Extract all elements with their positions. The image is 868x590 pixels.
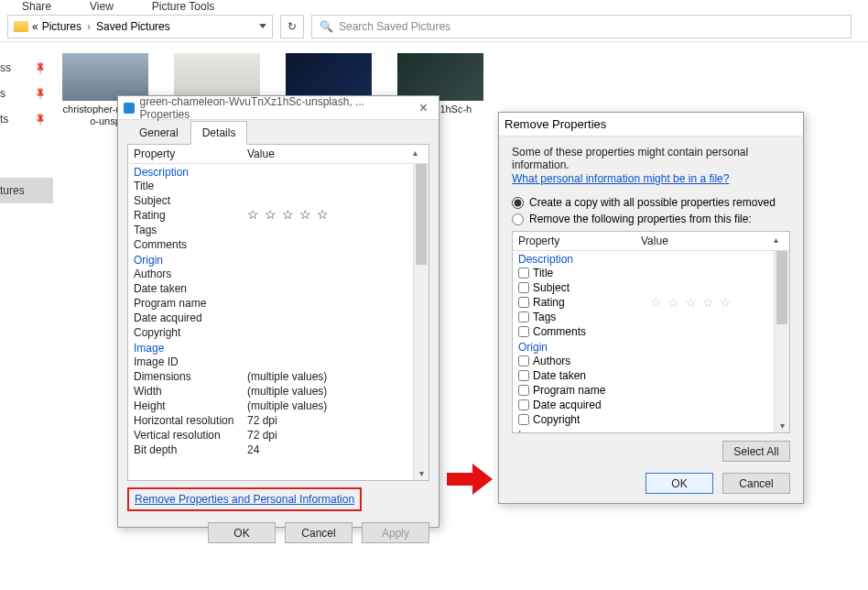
select-all-button[interactable]: Select All [722, 441, 790, 462]
chk-copyright-label: Copyright [533, 413, 580, 426]
prop-title: Title [134, 180, 247, 192]
section-description: Description [518, 253, 772, 266]
chk-comments-label: Comments [533, 325, 586, 338]
chk-comments[interactable] [518, 326, 529, 337]
prop-width: Width [134, 385, 247, 398]
column-value[interactable]: Value [247, 148, 407, 160]
info-text: Some of these properties might contain p… [512, 146, 790, 171]
apply-button[interactable]: Apply [362, 522, 429, 543]
chk-tags[interactable] [518, 311, 529, 322]
scrollbar-handle[interactable] [416, 164, 427, 265]
scroll-up-icon[interactable]: ▴ [767, 235, 784, 247]
remove-properties-dialog: Remove Properties Some of these properti… [498, 112, 804, 504]
tab-details[interactable]: Details [190, 121, 248, 145]
scrollbar-handle[interactable] [776, 251, 787, 324]
thumbnail-image [397, 53, 483, 101]
tab-general[interactable]: General [127, 121, 190, 145]
tab-bar: General Details [118, 120, 439, 144]
ribbon-tab-picture-tools[interactable]: Picture Tools [152, 0, 214, 11]
column-property[interactable]: Property [518, 235, 641, 247]
details-sheet: Property Value ▴ ▾ Description Title Sub… [127, 144, 429, 481]
cancel-button[interactable]: Cancel [285, 522, 353, 543]
remove-properties-link[interactable]: Remove Properties and Personal Informati… [135, 493, 354, 506]
dialog-titlebar[interactable]: Remove Properties [499, 113, 803, 137]
vertical-scrollbar[interactable]: ▾ [774, 251, 789, 432]
ok-button[interactable]: OK [646, 473, 713, 494]
pin-icon: 📌 [33, 60, 48, 75]
remove-grid: Property Value ▴ ▾ Description Title Sub… [512, 231, 790, 433]
nav-item[interactable]: ts 📌 [0, 106, 53, 132]
search-placeholder: Search Saved Pictures [339, 20, 450, 33]
refresh-icon: ↻ [288, 20, 297, 33]
chk-subject[interactable] [518, 282, 529, 293]
chk-copyright[interactable] [518, 414, 529, 425]
chk-rating-label: Rating [533, 296, 646, 309]
prop-hres: Horizontal resolution [134, 414, 247, 427]
close-button[interactable]: × [414, 100, 433, 116]
refresh-button[interactable]: ↻ [280, 15, 304, 38]
ribbon-tab-share[interactable]: Share [22, 0, 51, 11]
chevron-down-icon[interactable] [259, 24, 266, 28]
nav-item[interactable]: ss 📌 [0, 55, 53, 81]
search-input[interactable]: 🔍 Search Saved Pictures [311, 15, 852, 38]
rating-stars: ☆ ☆ ☆ ☆ ☆ [650, 297, 732, 308]
prop-copyright: Copyright [134, 326, 247, 339]
thumbnail-image [286, 53, 372, 101]
prop-image-id: Image ID [134, 355, 247, 368]
scroll-down-icon[interactable]: ▾ [414, 468, 429, 478]
prop-comments: Comments [134, 238, 247, 251]
breadcrumb-seg-saved[interactable]: Saved Pictures [96, 20, 170, 33]
pin-icon: 📌 [33, 112, 48, 126]
thumbnail-image [62, 53, 148, 101]
ok-button[interactable]: OK [208, 522, 276, 543]
rating-stars[interactable]: ☆ ☆ ☆ ☆ ☆ [247, 209, 411, 222]
breadcrumb[interactable]: « Pictures › Saved Pictures [7, 15, 273, 38]
vertical-scrollbar[interactable]: ▾ [413, 164, 429, 480]
chk-title[interactable] [518, 268, 529, 279]
section-image: Image [134, 342, 411, 355]
annotation-arrow [447, 465, 493, 493]
nav-item-label: tures [0, 184, 25, 197]
radio-create-copy[interactable]: Create a copy with all possible properti… [512, 196, 790, 209]
pin-icon: 📌 [33, 86, 48, 101]
column-header-row: Property Value ▴ [128, 145, 429, 164]
column-value[interactable]: Value [641, 235, 767, 247]
nav-item[interactable]: s 📌 [0, 81, 53, 106]
remove-link-highlight: Remove Properties and Personal Informati… [127, 487, 362, 511]
chk-program-name-label: Program name [533, 384, 605, 397]
chk-program-name[interactable] [518, 385, 529, 396]
chk-date-taken[interactable] [518, 370, 529, 381]
prop-date-acquired: Date acquired [134, 311, 247, 324]
chk-date-acquired-label: Date acquired [533, 399, 602, 411]
radio-create-copy-input[interactable] [512, 197, 524, 209]
prop-bit-depth: Bit depth [134, 443, 247, 456]
ribbon: Share View Picture Tools [0, 0, 868, 11]
prop-dimensions: Dimensions [134, 370, 247, 383]
val-dimensions: (multiple values) [247, 370, 411, 383]
prop-tags: Tags [134, 224, 247, 236]
section-description: Description [134, 166, 411, 179]
column-property[interactable]: Property [134, 148, 247, 160]
scroll-up-icon[interactable]: ▴ [407, 148, 423, 160]
chk-date-acquired[interactable] [518, 399, 529, 410]
nav-pane: ss 📌 s 📌 ts 📌 tures [0, 55, 53, 203]
info-link[interactable]: What personal information might be in a … [512, 172, 790, 185]
prop-height: Height [134, 399, 247, 412]
cancel-button[interactable]: Cancel [722, 473, 790, 494]
radio-remove-selected-input[interactable] [512, 213, 524, 225]
nav-item-label: ss [0, 61, 11, 74]
prop-date-taken: Date taken [134, 282, 247, 295]
dialog-titlebar[interactable]: green-chameleon-WvuTnXz1hSc-unsplash, ..… [118, 96, 439, 120]
ribbon-tab-view[interactable]: View [90, 0, 114, 11]
thumbnail-image [174, 53, 260, 101]
chevron-right-icon: › [87, 20, 91, 33]
val-height: (multiple values) [247, 399, 411, 412]
address-bar-row: « Pictures › Saved Pictures ↻ 🔍 Search S… [0, 11, 868, 42]
chk-rating[interactable] [518, 297, 529, 308]
nav-item-selected[interactable]: tures [0, 178, 53, 203]
dialog-button-row: OK Cancel [512, 473, 790, 494]
radio-remove-selected[interactable]: Remove the following properties from thi… [512, 213, 790, 225]
scroll-down-icon[interactable]: ▾ [775, 421, 789, 431]
chk-authors[interactable] [518, 355, 529, 366]
breadcrumb-seg-pictures[interactable]: Pictures [42, 20, 81, 33]
